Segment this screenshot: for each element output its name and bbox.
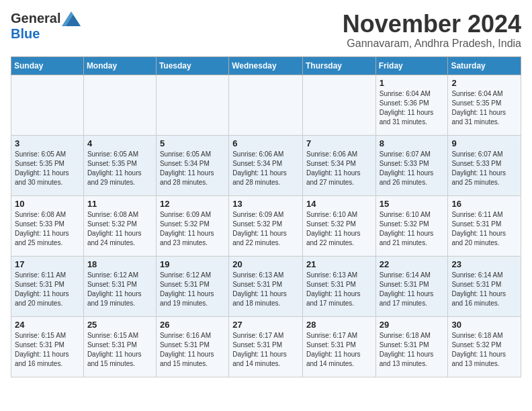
day-number: 7: [306, 138, 372, 148]
day-number: 19: [160, 259, 225, 269]
logo: General Blue: [11, 11, 81, 42]
calendar-cell: 7Sunrise: 6:06 AM Sunset: 5:34 PM Daylig…: [302, 135, 375, 195]
weekday-header-row: SundayMondayTuesdayWednesdayThursdayFrid…: [11, 56, 521, 75]
calendar-cell: [83, 75, 156, 135]
calendar-cell: 21Sunrise: 6:13 AM Sunset: 5:31 PM Dayli…: [302, 256, 375, 316]
calendar-cell: 11Sunrise: 6:08 AM Sunset: 5:32 PM Dayli…: [83, 195, 156, 256]
page-header: General Blue November 2024 Gannavaram, A…: [11, 11, 521, 50]
day-number: 12: [160, 199, 225, 209]
weekday-header-saturday: Saturday: [448, 56, 521, 75]
day-number: 27: [232, 320, 299, 330]
day-info: Sunrise: 6:07 AM Sunset: 5:33 PM Dayligh…: [380, 150, 445, 187]
day-info: Sunrise: 6:16 AM Sunset: 5:31 PM Dayligh…: [160, 331, 225, 369]
day-number: 22: [380, 259, 445, 269]
day-number: 13: [232, 199, 299, 209]
calendar-cell: 16Sunrise: 6:11 AM Sunset: 5:31 PM Dayli…: [448, 195, 521, 256]
calendar-cell: 9Sunrise: 6:07 AM Sunset: 5:33 PM Daylig…: [448, 135, 521, 195]
logo-icon: [62, 11, 81, 26]
day-info: Sunrise: 6:08 AM Sunset: 5:32 PM Dayligh…: [87, 210, 152, 248]
day-number: 6: [232, 138, 299, 148]
calendar-cell: 29Sunrise: 6:18 AM Sunset: 5:31 PM Dayli…: [375, 316, 448, 377]
day-number: 24: [15, 320, 80, 330]
day-info: Sunrise: 6:04 AM Sunset: 5:35 PM Dayligh…: [451, 89, 517, 127]
calendar-cell: 10Sunrise: 6:08 AM Sunset: 5:33 PM Dayli…: [11, 195, 84, 256]
day-info: Sunrise: 6:10 AM Sunset: 5:32 PM Dayligh…: [306, 210, 372, 248]
day-info: Sunrise: 6:06 AM Sunset: 5:34 PM Dayligh…: [232, 150, 299, 187]
calendar-cell: [229, 75, 303, 135]
calendar-cell: 3Sunrise: 6:05 AM Sunset: 5:35 PM Daylig…: [11, 135, 84, 195]
day-number: 8: [380, 138, 445, 148]
day-info: Sunrise: 6:17 AM Sunset: 5:31 PM Dayligh…: [306, 331, 372, 369]
weekday-header-tuesday: Tuesday: [156, 56, 228, 75]
day-number: 18: [87, 259, 152, 269]
location-subtitle: Gannavaram, Andhra Pradesh, India: [343, 38, 521, 50]
day-info: Sunrise: 6:13 AM Sunset: 5:31 PM Dayligh…: [306, 271, 372, 308]
day-info: Sunrise: 6:12 AM Sunset: 5:31 PM Dayligh…: [160, 271, 225, 308]
day-info: Sunrise: 6:05 AM Sunset: 5:35 PM Dayligh…: [15, 150, 80, 187]
day-number: 23: [451, 259, 517, 269]
day-number: 30: [451, 320, 517, 330]
week-row-5: 24Sunrise: 6:15 AM Sunset: 5:31 PM Dayli…: [11, 316, 521, 377]
calendar-cell: 19Sunrise: 6:12 AM Sunset: 5:31 PM Dayli…: [156, 256, 228, 316]
weekday-header-monday: Monday: [83, 56, 156, 75]
calendar-header: SundayMondayTuesdayWednesdayThursdayFrid…: [11, 56, 521, 75]
day-info: Sunrise: 6:07 AM Sunset: 5:33 PM Dayligh…: [451, 150, 517, 187]
day-info: Sunrise: 6:09 AM Sunset: 5:32 PM Dayligh…: [232, 210, 299, 248]
day-info: Sunrise: 6:14 AM Sunset: 5:31 PM Dayligh…: [451, 271, 517, 308]
calendar-cell: 6Sunrise: 6:06 AM Sunset: 5:34 PM Daylig…: [229, 135, 303, 195]
day-number: 14: [306, 199, 372, 209]
day-number: 20: [232, 259, 299, 269]
title-block: November 2024 Gannavaram, Andhra Pradesh…: [343, 11, 521, 50]
calendar-cell: 18Sunrise: 6:12 AM Sunset: 5:31 PM Dayli…: [83, 256, 156, 316]
calendar-cell: 25Sunrise: 6:15 AM Sunset: 5:31 PM Dayli…: [83, 316, 156, 377]
calendar-cell: 30Sunrise: 6:18 AM Sunset: 5:32 PM Dayli…: [448, 316, 521, 377]
logo-blue-text: Blue: [11, 26, 40, 42]
calendar-cell: 17Sunrise: 6:11 AM Sunset: 5:31 PM Dayli…: [11, 256, 84, 316]
day-number: 17: [15, 259, 80, 269]
weekday-header-sunday: Sunday: [11, 56, 84, 75]
weekday-header-wednesday: Wednesday: [229, 56, 303, 75]
week-row-2: 3Sunrise: 6:05 AM Sunset: 5:35 PM Daylig…: [11, 135, 521, 195]
calendar-cell: 26Sunrise: 6:16 AM Sunset: 5:31 PM Dayli…: [156, 316, 228, 377]
weekday-header-friday: Friday: [375, 56, 448, 75]
calendar-cell: 22Sunrise: 6:14 AM Sunset: 5:31 PM Dayli…: [375, 256, 448, 316]
calendar-cell: 27Sunrise: 6:17 AM Sunset: 5:31 PM Dayli…: [229, 316, 303, 377]
calendar-cell: 14Sunrise: 6:10 AM Sunset: 5:32 PM Dayli…: [302, 195, 375, 256]
day-number: 29: [380, 320, 445, 330]
day-info: Sunrise: 6:18 AM Sunset: 5:32 PM Dayligh…: [451, 331, 517, 369]
day-number: 26: [160, 320, 225, 330]
calendar-cell: 20Sunrise: 6:13 AM Sunset: 5:31 PM Dayli…: [229, 256, 303, 316]
day-number: 1: [380, 78, 445, 88]
day-info: Sunrise: 6:10 AM Sunset: 5:32 PM Dayligh…: [380, 210, 445, 248]
weekday-header-thursday: Thursday: [302, 56, 375, 75]
calendar-body: 1Sunrise: 6:04 AM Sunset: 5:36 PM Daylig…: [11, 75, 521, 377]
calendar-cell: 12Sunrise: 6:09 AM Sunset: 5:32 PM Dayli…: [156, 195, 228, 256]
day-number: 9: [451, 138, 517, 148]
calendar-cell: [11, 75, 84, 135]
calendar-cell: 4Sunrise: 6:05 AM Sunset: 5:35 PM Daylig…: [83, 135, 156, 195]
week-row-3: 10Sunrise: 6:08 AM Sunset: 5:33 PM Dayli…: [11, 195, 521, 256]
day-info: Sunrise: 6:14 AM Sunset: 5:31 PM Dayligh…: [380, 271, 445, 308]
day-number: 11: [87, 199, 152, 209]
calendar-cell: [302, 75, 375, 135]
day-info: Sunrise: 6:13 AM Sunset: 5:31 PM Dayligh…: [232, 271, 299, 308]
calendar-cell: [156, 75, 228, 135]
calendar-cell: 8Sunrise: 6:07 AM Sunset: 5:33 PM Daylig…: [375, 135, 448, 195]
day-info: Sunrise: 6:11 AM Sunset: 5:31 PM Dayligh…: [15, 271, 80, 308]
month-year-title: November 2024: [343, 11, 521, 38]
day-info: Sunrise: 6:15 AM Sunset: 5:31 PM Dayligh…: [15, 331, 80, 369]
day-info: Sunrise: 6:08 AM Sunset: 5:33 PM Dayligh…: [15, 210, 80, 248]
day-info: Sunrise: 6:09 AM Sunset: 5:32 PM Dayligh…: [160, 210, 225, 248]
day-number: 5: [160, 138, 225, 148]
calendar-cell: 28Sunrise: 6:17 AM Sunset: 5:31 PM Dayli…: [302, 316, 375, 377]
day-info: Sunrise: 6:04 AM Sunset: 5:36 PM Dayligh…: [380, 89, 445, 127]
day-info: Sunrise: 6:17 AM Sunset: 5:31 PM Dayligh…: [232, 331, 299, 369]
day-number: 3: [15, 138, 80, 148]
day-number: 28: [306, 320, 372, 330]
week-row-1: 1Sunrise: 6:04 AM Sunset: 5:36 PM Daylig…: [11, 75, 521, 135]
calendar-cell: 15Sunrise: 6:10 AM Sunset: 5:32 PM Dayli…: [375, 195, 448, 256]
calendar-cell: 23Sunrise: 6:14 AM Sunset: 5:31 PM Dayli…: [448, 256, 521, 316]
day-info: Sunrise: 6:12 AM Sunset: 5:31 PM Dayligh…: [87, 271, 152, 308]
day-number: 16: [451, 199, 517, 209]
day-number: 4: [87, 138, 152, 148]
